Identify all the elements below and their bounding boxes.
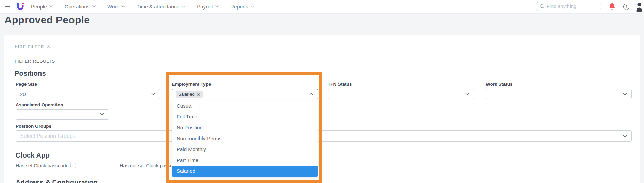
page-title: Approved People [4, 14, 90, 26]
chevron-down-icon [623, 134, 627, 138]
top-nav-bar: PeopleOperationsWorkTime & attendancePay… [0, 0, 644, 14]
page-size-select[interactable]: 20 [16, 89, 160, 99]
nav-item-time-attendance[interactable]: Time & attendance [137, 4, 185, 10]
employment-type-option-non-monthly-perms[interactable]: Non-monthly Perms [172, 133, 318, 144]
chevron-up-icon [309, 93, 314, 96]
nav-item-label: Payroll [197, 4, 213, 10]
employment-type-label: Employment Type [172, 81, 211, 87]
help-button[interactable]: ? [622, 0, 631, 14]
page-size-label: Page Size [16, 81, 37, 87]
search-input[interactable] [547, 4, 591, 9]
work-status-select[interactable] [486, 89, 632, 99]
foundu-logo-icon [17, 2, 24, 11]
hamburger-menu-icon[interactable] [5, 5, 10, 8]
chevron-down-icon [92, 5, 96, 8]
question-mark-icon: ? [623, 4, 629, 10]
remove-tag-icon[interactable] [197, 93, 200, 96]
chevron-down-icon [121, 5, 125, 8]
nav-item-label: Operations [65, 4, 89, 10]
nav-item-work[interactable]: Work [107, 4, 125, 10]
employment-type-select[interactable]: Salaried [172, 89, 318, 99]
search-icon [540, 4, 544, 9]
bell-icon [609, 3, 615, 11]
chevron-down-icon [100, 113, 104, 116]
chevron-down-icon [182, 5, 185, 8]
clock-app-section-heading: Clock App [16, 151, 50, 159]
nav-item-people[interactable]: People [31, 4, 53, 10]
employment-type-menu: CasualFull TimeNo PositionNon-monthly Pe… [172, 100, 318, 177]
chevron-down-icon [465, 93, 470, 96]
hide-filter-toggle[interactable]: HIDE FILTER [15, 44, 51, 49]
position-groups-label: Position Groups [16, 124, 51, 129]
work-status-label: Work Status [486, 81, 513, 87]
global-search[interactable] [536, 2, 601, 11]
filter-results-heading: FILTER RESULTS [15, 59, 55, 64]
chevron-down-icon [623, 93, 627, 96]
has-set-passcode-label: Has set Clock passcode [16, 163, 69, 168]
selected-tag-label: Salaried [178, 92, 195, 97]
main-nav: PeopleOperationsWorkTime & attendancePay… [31, 4, 254, 10]
tfn-status-label: TFN Status [328, 81, 352, 87]
has-set-passcode-checkbox[interactable] [70, 163, 76, 168]
chevron-down-icon [251, 5, 254, 8]
nav-item-label: People [31, 4, 47, 10]
employment-type-option-paid-monthly[interactable]: Paid Monthly [172, 144, 318, 155]
person-icon [635, 2, 643, 12]
positions-section-heading: Positions [15, 70, 46, 77]
associated-operation-select[interactable] [16, 109, 109, 120]
app-screen: PeopleOperationsWorkTime & attendancePay… [0, 0, 644, 183]
address-configuration-section-heading: Address & Configuration [16, 179, 98, 183]
page-size-value: 20 [20, 91, 26, 97]
hide-filter-label: HIDE FILTER [15, 44, 44, 49]
employment-type-option-casual[interactable]: Casual [172, 100, 318, 111]
nav-item-operations[interactable]: Operations [65, 4, 96, 10]
employment-type-option-no-position[interactable]: No Position [172, 122, 318, 133]
user-avatar[interactable] [634, 0, 644, 14]
app-logo[interactable] [17, 2, 24, 11]
associated-operation-label: Associated Operation [16, 102, 63, 107]
selected-tag-salaried: Salaried [176, 91, 203, 98]
chevron-down-icon [49, 5, 53, 8]
nav-item-label: Work [107, 4, 119, 10]
nav-item-label: Time & attendance [137, 4, 179, 10]
employment-type-option-part-time[interactable]: Part Time [172, 155, 318, 166]
position-groups-placeholder: Select Position Groups [20, 133, 76, 139]
chevron-up-icon [46, 45, 51, 48]
nav-item-reports[interactable]: Reports [230, 4, 254, 10]
employment-type-option-full-time[interactable]: Full Time [172, 111, 318, 122]
chevron-down-icon [151, 93, 156, 96]
chevron-down-icon [215, 5, 219, 8]
nav-item-label: Reports [230, 4, 248, 10]
tfn-status-select[interactable] [328, 89, 474, 99]
collapse-dropdown-control[interactable] [309, 93, 314, 96]
notifications-button[interactable] [608, 0, 616, 14]
position-groups-select[interactable]: Select Position Groups [16, 130, 632, 142]
employment-type-option-salaried[interactable]: Salaried [172, 166, 318, 177]
nav-item-payroll[interactable]: Payroll [197, 4, 219, 10]
